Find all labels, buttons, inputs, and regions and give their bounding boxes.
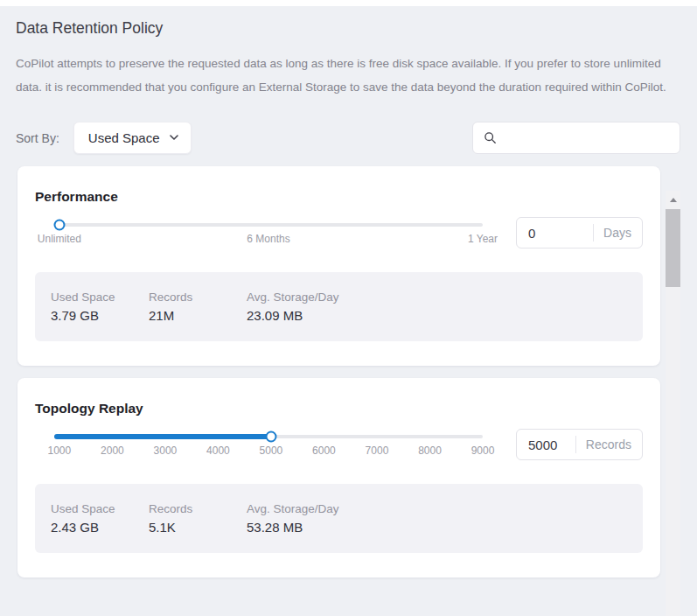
slider-tick-label: 7000 [366,444,389,457]
slider-rail-area[interactable] [54,430,483,443]
retention-value-input[interactable] [517,438,575,452]
stat-label: Used Space [51,290,149,304]
stat-used-space: Used Space 2.43 GB [51,502,149,535]
retention-value-input[interactable] [517,226,593,241]
slider-tick-label: 6000 [312,444,336,457]
page-description: CoPilot attempts to preserve the request… [16,52,680,99]
vertical-scrollbar[interactable] [666,191,680,616]
slider-rail-area[interactable] [54,218,483,231]
slider-tick-label: 1 Year [468,233,498,245]
stat-avg-storage: Avg. Storage/Day 53.28 MB [247,502,339,535]
stat-avg-storage: Avg. Storage/Day 23.09 MB [247,290,339,323]
card-performance: Performance Unlimited6 Months1 Year Days [17,166,660,366]
stat-label: Used Space [51,502,149,515]
card-title: Topology Replay [35,401,643,416]
card-topology-replay: Topology Replay 100020003000400050006000… [17,378,660,578]
slider-fill [54,434,271,439]
input-unit-label: Days [594,226,642,240]
slider-rail[interactable] [54,223,483,227]
stat-value: 21M [149,308,247,323]
controls-row: Sort By: Used Space [16,122,680,154]
retention-slider[interactable]: 100020003000400050006000700080009000 [35,429,494,456]
slider-thumb[interactable] [265,431,276,443]
search-icon [484,131,497,144]
sort-by-selected-value: Used Space [88,130,160,145]
slider-tick-label: Unlimited [38,233,81,245]
slider-tick-label: 6 Months [247,233,289,245]
sort-by-dropdown[interactable]: Used Space [73,122,192,154]
stat-used-space: Used Space 3.79 GB [51,290,149,323]
scroll-up-button[interactable] [666,191,680,208]
stat-label: Avg. Storage/Day [247,290,339,304]
slider-tick-label: 4000 [206,444,230,457]
stat-label: Records [149,502,247,515]
slider-tick-label: 3000 [154,444,178,457]
retention-slider[interactable]: Unlimited6 Months1 Year [35,217,494,244]
stat-value: 3.79 GB [51,308,149,323]
slider-tick-label: 1000 [48,444,72,457]
slider-tick-label: 9000 [471,444,495,457]
search-box [472,122,680,154]
stat-value: 2.43 GB [51,520,149,535]
stats-panel: Used Space 2.43 GB Records 5.1K Avg. Sto… [35,484,643,553]
triangle-up-icon [670,198,677,202]
retention-input-group: Records [516,429,643,460]
retention-input-group: Days [516,217,643,248]
stat-label: Avg. Storage/Day [247,502,339,515]
slider-tick-label: 2000 [101,444,124,457]
stats-panel: Used Space 3.79 GB Records 21M Avg. Stor… [35,272,643,341]
chevron-down-icon [170,135,178,141]
scrollbar-thumb[interactable] [666,209,680,287]
stat-value: 23.09 MB [247,308,339,323]
sort-by-label: Sort By: [16,131,59,145]
search-input[interactable] [504,130,671,146]
slider-tick-label: 8000 [418,444,442,457]
slider-tick-label: 5000 [260,444,283,457]
slider-tick-labels: 100020003000400050006000700080009000 [54,444,483,456]
page-title: Data Retention Policy [16,19,680,38]
stat-records: Records 5.1K [149,502,247,535]
stat-value: 53.28 MB [247,520,339,535]
data-retention-page: Data Retention Policy CoPilot attempts t… [0,19,697,578]
stat-records: Records 21M [149,290,247,323]
input-unit-label: Records [576,438,642,452]
slider-row: 100020003000400050006000700080009000 Rec… [35,429,643,460]
stat-label: Records [149,290,247,304]
stat-value: 5.1K [149,520,247,535]
card-title: Performance [35,189,643,205]
slider-thumb[interactable] [53,220,65,231]
retention-card-list: Performance Unlimited6 Months1 Year Days [17,166,660,578]
slider-row: Unlimited6 Months1 Year Days [35,217,643,248]
slider-tick-labels: Unlimited6 Months1 Year [54,232,483,244]
top-bar-edge [0,0,697,6]
